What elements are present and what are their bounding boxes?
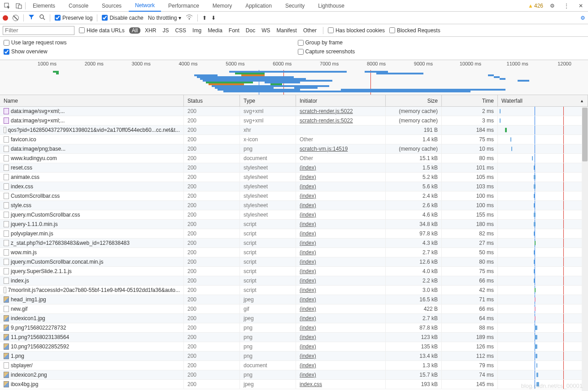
initiator-link[interactable]: (index)	[300, 334, 316, 340]
type-chip-ws[interactable]: WS	[260, 27, 272, 34]
tab-security[interactable]: Security	[279, 0, 311, 12]
table-row[interactable]: polyvplayer.min.js200script(index)97.8 k…	[0, 229, 588, 239]
initiator-link[interactable]: scratch-render.js:5022	[300, 117, 353, 124]
clear-button[interactable]	[13, 15, 19, 21]
table-row[interactable]: jquery.mCustomScrollbar.concat.min.js200…	[0, 257, 588, 267]
table-row[interactable]: wow.min.js200script(index)2.7 kB50 ms	[0, 248, 588, 257]
type-chip-js[interactable]: JS	[161, 27, 170, 34]
search-icon[interactable]	[39, 14, 45, 22]
disable-cache-checkbox[interactable]: Disable cache	[102, 15, 143, 21]
device-toggle-icon[interactable]	[13, 0, 24, 11]
type-chip-manifest[interactable]: Manifest	[275, 27, 299, 34]
initiator-link[interactable]: (index)	[300, 287, 316, 293]
type-chip-css[interactable]: CSS	[173, 27, 188, 34]
table-row[interactable]: sbplayer/200document(index)1.3 kB79 ms	[0, 361, 588, 370]
capture-screenshots-checkbox[interactable]: Capture screenshots	[298, 48, 585, 55]
scrollbar[interactable]	[582, 107, 588, 391]
header-type[interactable]: Type	[240, 95, 296, 106]
group-by-frame-checkbox[interactable]: Group by frame	[298, 39, 585, 46]
table-row[interactable]: jquery.SuperSlide.2.1.1.js200script(inde…	[0, 267, 588, 276]
tab-elements[interactable]: Elements	[26, 0, 61, 12]
table-row[interactable]: reset.css200stylesheet(index)1.5 kB101 m…	[0, 163, 588, 173]
table-row[interactable]: indexicon2.png200png(index)15.7 kB74 ms	[0, 370, 588, 380]
table-row[interactable]: 7moorInit.js?accessId=20ac7b80-55bf-11e9…	[0, 286, 588, 295]
header-initiator[interactable]: Initiator	[296, 95, 386, 106]
preserve-log-checkbox[interactable]: Preserve log	[55, 15, 92, 21]
table-row[interactable]: z_stat.php?id=1276838483&web_id=12768384…	[0, 239, 588, 248]
initiator-link[interactable]: (index)	[300, 296, 316, 303]
table-row[interactable]: new.gif200gif(index)422 B66 ms	[0, 304, 588, 314]
tab-memory[interactable]: Memory	[206, 0, 238, 12]
type-chip-all[interactable]: All	[129, 27, 140, 34]
tab-lighthouse[interactable]: Lighthouse	[312, 0, 351, 12]
more-icon[interactable]: ⋮	[561, 0, 572, 11]
throttling-select[interactable]: No throttling ▾	[148, 15, 182, 21]
tab-application[interactable]: Application	[239, 0, 278, 12]
tab-network[interactable]: Network	[129, 0, 161, 12]
type-chip-font[interactable]: Font	[227, 27, 241, 34]
table-row[interactable]: animate.css200stylesheet(index)5.2 kB105…	[0, 173, 588, 182]
table-row[interactable]: index.css200stylesheet(index)5.6 kB103 m…	[0, 182, 588, 191]
initiator-link[interactable]: (index)	[300, 325, 316, 331]
header-status[interactable]: Status	[184, 95, 240, 106]
initiator-link[interactable]: (index)	[300, 343, 316, 350]
table-row[interactable]: 10.png?1568022852592200png(index)135 kB1…	[0, 342, 588, 352]
table-row[interactable]: CustomScrollbar.css200stylesheet(index)2…	[0, 191, 588, 201]
filter-icon[interactable]	[28, 14, 35, 22]
header-waterfall[interactable]: Waterfall▲	[498, 95, 588, 106]
record-button[interactable]	[3, 15, 8, 21]
initiator-link[interactable]: (index)	[300, 193, 316, 199]
blocked-requests-checkbox[interactable]: Blocked Requests	[389, 27, 440, 34]
warning-badge[interactable]: ▲426	[528, 3, 543, 9]
filter-input[interactable]	[3, 26, 74, 35]
table-row[interactable]: data:image/svg+xml;...200svg+xmlscratch-…	[0, 107, 588, 116]
table-row[interactable]: indexicon1.jpg200jpeg(index)2.7 kB64 ms	[0, 314, 588, 323]
initiator-link[interactable]: (index)	[300, 165, 316, 171]
table-row[interactable]: style.css200stylesheet(index)2.6 kB100 m…	[0, 201, 588, 210]
table-row[interactable]: favicon.ico200x-iconOther1.4 kB75 ms	[0, 135, 588, 144]
initiator-link[interactable]: (index)	[300, 372, 316, 378]
initiator-link[interactable]: (index)	[300, 202, 316, 209]
initiator-link[interactable]: (index)	[300, 183, 316, 190]
type-chip-img[interactable]: Img	[191, 27, 203, 34]
type-chip-doc[interactable]: Doc	[244, 27, 257, 34]
table-row[interactable]: jquery-1.11.0.min.js200script(index)34.8…	[0, 220, 588, 229]
initiator-link[interactable]: (index)	[300, 240, 316, 246]
initiator-link[interactable]: (index)	[300, 353, 316, 359]
table-row[interactable]: jquery.mCustomScrollbar.css200stylesheet…	[0, 210, 588, 220]
initiator-link[interactable]: (index)	[300, 268, 316, 274]
table-row[interactable]: www.kudingyu.com200documentOther15.1 kB8…	[0, 154, 588, 163]
initiator-link[interactable]: scratch-render.js:5022	[300, 108, 353, 114]
table-row[interactable]: index.js200script(index)2.2 kB66 ms	[0, 276, 588, 286]
initiator-link[interactable]: (index)	[300, 221, 316, 227]
initiator-link[interactable]: scratch-vm.js:14519	[300, 146, 348, 152]
table-row[interactable]: head_img1.jpg200jpeg(index)16.5 kB71 ms	[0, 295, 588, 304]
network-settings-icon[interactable]: ⚙	[580, 15, 585, 21]
type-chip-xhr[interactable]: XHR	[143, 27, 158, 34]
wifi-icon[interactable]	[186, 14, 193, 21]
download-har-icon[interactable]: ⬇	[211, 15, 216, 21]
initiator-link[interactable]: index.css	[300, 381, 322, 387]
header-size[interactable]: Size	[386, 95, 442, 106]
tab-sources[interactable]: Sources	[96, 0, 128, 12]
table-row[interactable]: 9.png?1568022278732200png(index)87.8 kB8…	[0, 323, 588, 333]
initiator-link[interactable]: (index)	[300, 174, 316, 180]
table-row[interactable]: data:image/svg+xml;...200svg+xmlscratch-…	[0, 116, 588, 126]
table-row[interactable]: qos?pid=1628504372799X1398021&vid=2a170f…	[0, 126, 588, 135]
initiator-link[interactable]: (index)	[300, 362, 316, 369]
header-name[interactable]: Name	[0, 95, 184, 106]
tab-performance[interactable]: Performance	[162, 0, 205, 12]
has-blocked-cookies-checkbox[interactable]: Has blocked cookies	[328, 27, 385, 34]
large-rows-checkbox[interactable]: Use large request rows	[4, 39, 291, 46]
close-icon[interactable]: ✕	[575, 0, 586, 11]
table-row[interactable]: 11.png?1568023138564200png(index)123 kB1…	[0, 333, 588, 342]
initiator-link[interactable]: (index)	[300, 249, 316, 256]
initiator-link[interactable]: (index)	[300, 259, 316, 265]
initiator-link[interactable]: (index)	[300, 278, 316, 284]
select-element-icon[interactable]	[2, 0, 13, 11]
table-row[interactable]: ibox4bg.jpg200jpegindex.css193 kB145 ms	[0, 380, 588, 389]
upload-har-icon[interactable]: ⬆	[202, 15, 207, 21]
table-row[interactable]: 1.png200png(index)13.4 kB112 ms	[0, 352, 588, 361]
initiator-link[interactable]: (index)	[300, 212, 316, 218]
type-chip-other[interactable]: Other	[301, 27, 318, 34]
